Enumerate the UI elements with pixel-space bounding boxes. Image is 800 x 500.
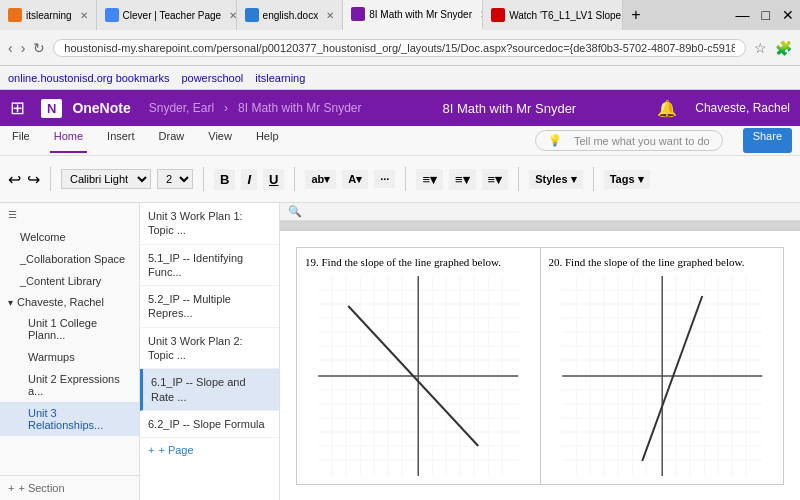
user-name[interactable]: Chaveste, Rachel bbox=[695, 101, 790, 115]
indent-more-button[interactable]: ≡▾ bbox=[449, 169, 476, 190]
divider-4 bbox=[405, 167, 406, 191]
new-tab-button[interactable]: + bbox=[623, 0, 648, 30]
back-button[interactable]: ‹ bbox=[8, 40, 13, 56]
menu-file[interactable]: File bbox=[8, 128, 34, 153]
app-grid-icon[interactable]: ⊞ bbox=[10, 97, 25, 119]
bookmark-itslearning[interactable]: itslearning bbox=[255, 72, 305, 84]
tab-label-youtube: Watch 'T6_L1_LV1 Slope... bbox=[509, 10, 623, 21]
minimize-button[interactable]: — bbox=[730, 0, 756, 30]
tab-onenote[interactable]: 8I Math with Mr Snyder ✕ bbox=[343, 0, 483, 30]
svg-line-57 bbox=[642, 296, 702, 461]
page-item-2[interactable]: 5.2_IP -- Multiple Repres... bbox=[140, 286, 279, 328]
undo-button[interactable]: ↩ bbox=[8, 170, 21, 189]
tab-word[interactable]: english.docx ✕ bbox=[237, 0, 344, 30]
bullet-list-button[interactable]: ≡▾ bbox=[416, 169, 443, 190]
more-button[interactable]: ··· bbox=[374, 170, 395, 188]
font-color-button[interactable]: A▾ bbox=[342, 170, 368, 189]
onenote-app: ⊞ N OneNote Snyder, Earl › 8I Math with … bbox=[0, 90, 800, 500]
page-item-4[interactable]: 6.1_IP -- Slope and Rate ... bbox=[140, 369, 279, 411]
add-page-button[interactable]: + + Page bbox=[140, 438, 279, 462]
font-size-select[interactable]: 20 bbox=[157, 169, 193, 189]
redo-button[interactable]: ↪ bbox=[27, 170, 40, 189]
underline-button[interactable]: U bbox=[263, 169, 284, 190]
sidebar-item-warmups[interactable]: Warmups bbox=[0, 346, 139, 368]
plus-icon: + bbox=[8, 482, 14, 494]
breadcrumb-sep1: › bbox=[224, 101, 228, 115]
refresh-button[interactable]: ↻ bbox=[33, 40, 45, 56]
tab-close-word[interactable]: ✕ bbox=[326, 10, 334, 21]
sidebar-item-unit1[interactable]: Unit 1 College Plann... bbox=[0, 312, 139, 346]
menu-insert[interactable]: Insert bbox=[103, 128, 139, 153]
tags-button[interactable]: Tags ▾ bbox=[604, 170, 650, 189]
italic-button[interactable]: I bbox=[241, 169, 257, 190]
page-item-5[interactable]: 6.2_IP -- Slope Formula bbox=[140, 411, 279, 438]
menu-help[interactable]: Help bbox=[252, 128, 283, 153]
math-problem-20: 20. Find the slope of the line graphed b… bbox=[541, 247, 785, 485]
sidebar: ☰ Welcome _Collaboration Space _Content … bbox=[0, 203, 140, 500]
page-item-1[interactable]: 5.1_IP -- Identifying Func... bbox=[140, 245, 279, 287]
sidebar-item-content-library[interactable]: _Content Library bbox=[0, 270, 139, 292]
problem-20-grid bbox=[549, 276, 776, 476]
tab-itslearning[interactable]: itslearning ✕ bbox=[0, 0, 97, 30]
page-item-0[interactable]: Unit 3 Work Plan 1: Topic ... bbox=[140, 203, 279, 245]
divider-6 bbox=[593, 167, 594, 191]
problem-20-svg bbox=[549, 276, 776, 476]
styles-button[interactable]: Styles ▾ bbox=[529, 170, 582, 189]
sidebar-group-label: Chaveste, Rachel bbox=[17, 296, 104, 308]
divider-5 bbox=[518, 167, 519, 191]
bookmarks-bar: online.houstonisd.org bookmarks powersch… bbox=[0, 66, 800, 90]
indent-less-button[interactable]: ≡▾ bbox=[482, 169, 509, 190]
highlight-button[interactable]: ab▾ bbox=[305, 170, 336, 189]
sidebar-item-welcome[interactable]: Welcome bbox=[0, 226, 139, 248]
close-button[interactable]: ✕ bbox=[776, 0, 800, 30]
bookmark-houstonisd[interactable]: online.houstonisd.org bookmarks bbox=[8, 72, 169, 84]
sidebar-item-collaboration[interactable]: _Collaboration Space bbox=[0, 248, 139, 270]
add-page-label: + Page bbox=[158, 444, 193, 456]
page-item-3[interactable]: Unit 3 Work Plan 2: Topic ... bbox=[140, 328, 279, 370]
tab-youtube[interactable]: Watch 'T6_L1_LV1 Slope... ✕ bbox=[483, 0, 623, 30]
problem-19-text: Find the slope of the line graphed below… bbox=[322, 256, 502, 268]
address-input[interactable] bbox=[53, 39, 746, 57]
notification-bell-icon[interactable]: 🔔 bbox=[657, 99, 677, 118]
bold-button[interactable]: B bbox=[214, 169, 235, 190]
tab-icon-youtube bbox=[491, 8, 505, 22]
star-icon[interactable]: ☆ bbox=[754, 40, 767, 56]
extensions-icon[interactable]: 🧩 bbox=[775, 40, 792, 56]
problem-19-title: 19. Find the slope of the line graphed b… bbox=[305, 256, 532, 268]
tab-icon-clever bbox=[105, 8, 119, 22]
tab-close-clever[interactable]: ✕ bbox=[229, 10, 236, 21]
ribbon: File Home Insert Draw View Help 💡 Tell m… bbox=[0, 126, 800, 203]
math-problem-19: 19. Find the slope of the line graphed b… bbox=[296, 247, 541, 485]
maximize-button[interactable]: □ bbox=[756, 0, 776, 30]
forward-button[interactable]: › bbox=[21, 40, 26, 56]
hamburger-icon: ☰ bbox=[8, 209, 17, 220]
problem-19-number: 19. bbox=[305, 256, 319, 268]
plus-page-icon: + bbox=[148, 444, 154, 456]
math-problems: 19. Find the slope of the line graphed b… bbox=[296, 247, 784, 485]
divider-2 bbox=[203, 167, 204, 191]
problem-19-grid bbox=[305, 276, 532, 476]
doc-page: 19. Find the slope of the line graphed b… bbox=[280, 231, 800, 500]
search-icon[interactable]: 🔍 bbox=[288, 205, 302, 218]
font-family-select[interactable]: Calibri Light bbox=[61, 169, 151, 189]
menu-view[interactable]: View bbox=[204, 128, 236, 153]
add-section-label: + Section bbox=[18, 482, 64, 494]
sidebar-group-chaveste[interactable]: ▾ Chaveste, Rachel bbox=[0, 292, 139, 312]
add-section-button[interactable]: + + Section bbox=[0, 475, 139, 500]
sidebar-item-unit2[interactable]: Unit 2 Expressions a... bbox=[0, 368, 139, 402]
tab-clever[interactable]: Clever | Teacher Page ✕ bbox=[97, 0, 237, 30]
menu-draw[interactable]: Draw bbox=[155, 128, 189, 153]
lightbulb-icon: 💡 bbox=[544, 132, 566, 149]
sidebar-item-unit3[interactable]: Unit 3 Relationships... bbox=[0, 402, 139, 436]
divider-3 bbox=[294, 167, 295, 191]
tab-close-itslearning[interactable]: ✕ bbox=[80, 10, 88, 21]
tab-icon-itslearning bbox=[8, 8, 22, 22]
bookmark-powerschool[interactable]: powerschool bbox=[181, 72, 243, 84]
ribbon-tools: ↩ ↪ Calibri Light 20 B I U ab▾ A▾ ··· ≡▾… bbox=[0, 156, 800, 202]
menu-home[interactable]: Home bbox=[50, 128, 87, 153]
tell-me-input[interactable]: 💡 Tell me what you want to do bbox=[531, 128, 727, 153]
share-button[interactable]: Share bbox=[743, 128, 792, 153]
sidebar-toggle[interactable]: ☰ bbox=[0, 203, 139, 226]
notebook-section: 8I Math with Mr Snyder bbox=[238, 101, 361, 115]
notebook-name: Snyder, Earl bbox=[149, 101, 214, 115]
